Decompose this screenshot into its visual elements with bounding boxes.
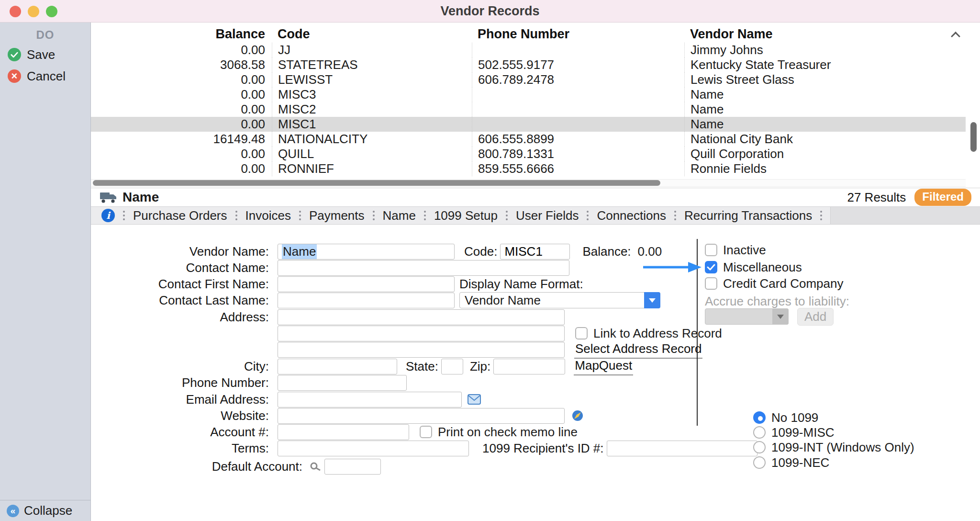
radio-1099-int[interactable]: 1099-INT (Windows Only) [753, 440, 914, 455]
account-number-input[interactable] [278, 424, 409, 440]
contact-name-input[interactable] [278, 260, 569, 276]
tab-payments[interactable]: Payments [309, 208, 365, 223]
cell-balance: 0.00 [91, 102, 272, 117]
terms-input[interactable] [278, 441, 469, 456]
filtered-badge[interactable]: Filtered [914, 189, 971, 206]
window-controls [10, 6, 57, 17]
code-input[interactable] [500, 244, 570, 260]
vendor-form: Vendor Name: Name Code: Balance: 0.00 Co… [91, 225, 980, 521]
envelope-icon[interactable] [468, 394, 481, 405]
table-row[interactable]: 3068.58 STATETREAS 502.555.9177 Kentucky… [91, 57, 966, 72]
website-input[interactable] [278, 408, 565, 424]
tab-invoices[interactable]: Invoices [245, 208, 291, 223]
city-input[interactable] [278, 359, 397, 374]
state-label: State: [406, 359, 438, 374]
cancel-label: Cancel [27, 69, 66, 84]
cell-phone: 606.789.2478 [472, 72, 684, 87]
tab-name[interactable]: Name [383, 208, 416, 223]
address-line3-input[interactable] [278, 342, 565, 358]
column-header-vendor-name[interactable]: Vendor Name [684, 25, 773, 43]
display-name-format-dropdown[interactable]: Vendor Name [459, 292, 660, 308]
miscellaneous-checkbox[interactable]: Miscellaneous [705, 259, 802, 275]
recipient-id-input[interactable] [607, 441, 757, 456]
radio-1099-int-label: 1099-INT (Windows Only) [771, 440, 914, 455]
print-check-memo-label: Print on check memo line [438, 425, 578, 440]
cancel-button[interactable]: × Cancel [8, 68, 66, 85]
city-label: City: [91, 359, 275, 374]
inactive-checkbox[interactable]: Inactive [705, 242, 766, 258]
state-input[interactable] [441, 359, 463, 374]
tab-user-fields[interactable]: User Fields [516, 208, 579, 223]
table-row[interactable]: 0.00 MISC3 Name [91, 87, 966, 102]
tab-purchase-orders[interactable]: Purchase Orders [133, 208, 227, 223]
compass-icon[interactable] [571, 409, 584, 422]
horizontal-scrollbar-thumb[interactable] [93, 180, 660, 186]
phone-number-input[interactable] [278, 375, 407, 391]
info-icon[interactable]: i [101, 209, 115, 222]
cell-phone [472, 102, 684, 117]
contact-first-name-input[interactable] [278, 276, 455, 292]
save-button[interactable]: Save [8, 46, 55, 63]
radio-1099-nec[interactable]: 1099-NEC [753, 455, 829, 470]
zip-input[interactable] [493, 359, 565, 374]
table-row[interactable]: 0.00 MISC2 Name [91, 102, 966, 117]
vertical-scrollbar-thumb[interactable] [970, 122, 977, 152]
link-address-record-checkbox[interactable]: Link to Address Record [575, 326, 722, 341]
table-row[interactable]: 0.00 LEWISST 606.789.2478 Lewis Street G… [91, 72, 966, 87]
add-liability-button[interactable]: Add [797, 308, 834, 326]
tab-separator-icon [373, 211, 375, 220]
vendor-name-value: Name [282, 244, 317, 259]
lookup-icon[interactable] [309, 462, 322, 471]
truck-icon [100, 191, 117, 204]
sort-ascending-icon[interactable] [952, 31, 962, 40]
account-number-label: Account #: [91, 425, 275, 440]
address-line1-input[interactable] [278, 309, 565, 325]
link-address-record-label: Link to Address Record [593, 326, 722, 341]
window-title: Vendor Records [0, 0, 980, 22]
tab-separator-icon [587, 211, 589, 220]
column-header-code[interactable]: Code [272, 25, 310, 43]
tab-bar: i Purchase Orders Invoices Payments Name… [91, 206, 980, 225]
cell-vendor: Name [684, 117, 966, 132]
miscellaneous-label: Miscellaneous [723, 260, 802, 275]
column-header-phone[interactable]: Phone Number [472, 25, 569, 43]
chevron-down-icon[interactable] [644, 292, 660, 308]
table-row[interactable]: 16149.48 NATIONALCITY 606.555.8899 Natio… [91, 132, 966, 147]
inactive-label: Inactive [723, 243, 766, 258]
mapquest-button[interactable]: MapQuest [574, 357, 633, 375]
tab-1099-setup[interactable]: 1099 Setup [434, 208, 498, 223]
collapse-button[interactable]: « Collapse [0, 500, 90, 521]
default-account-input[interactable] [324, 459, 381, 475]
contact-last-name-input[interactable] [278, 293, 455, 308]
close-window-button[interactable] [10, 6, 21, 17]
credit-card-company-checkbox[interactable]: Credit Card Company [705, 275, 843, 292]
address-line2-input[interactable] [278, 326, 565, 341]
zoom-window-button[interactable] [46, 6, 57, 17]
accrue-liability-dropdown[interactable] [705, 308, 789, 325]
minimize-window-button[interactable] [28, 6, 39, 17]
cell-balance: 0.00 [91, 161, 272, 176]
credit-card-company-label: Credit Card Company [723, 276, 843, 291]
cell-balance: 0.00 [91, 43, 272, 57]
cell-vendor: Ronnie Fields [684, 161, 966, 176]
contact-name-label: Contact Name: [91, 260, 275, 275]
vendor-name-input[interactable]: Name [278, 244, 455, 260]
radio-unselected-icon [753, 441, 766, 453]
email-address-input[interactable] [278, 392, 462, 408]
radio-1099-misc[interactable]: 1099-MISC [753, 425, 835, 440]
horizontal-scrollbar[interactable] [91, 179, 966, 187]
tab-connections[interactable]: Connections [597, 208, 666, 223]
balance-label: Balance: [582, 244, 631, 259]
print-check-memo-checkbox[interactable]: Print on check memo line [420, 425, 578, 440]
tab-recurring-transactions[interactable]: Recurring Transactions [684, 208, 812, 223]
cell-code: LEWISST [272, 72, 472, 87]
table-row[interactable]: 0.00 QUILL 800.789.1331 Quill Corporatio… [91, 147, 966, 161]
column-header-balance[interactable]: Balance [91, 25, 272, 43]
radio-no-1099[interactable]: No 1099 [753, 410, 818, 425]
table-row[interactable]: 0.00 JJ Jimmy Johns [91, 43, 966, 57]
tab-separator-icon [820, 211, 822, 220]
cell-code: MISC1 [272, 117, 472, 132]
table-row-selected[interactable]: 0.00 MISC1 Name [91, 117, 966, 132]
select-address-record-button[interactable]: Select Address Record [574, 340, 702, 359]
table-row[interactable]: 0.00 RONNIEF 859.555.6666 Ronnie Fields [91, 161, 966, 176]
